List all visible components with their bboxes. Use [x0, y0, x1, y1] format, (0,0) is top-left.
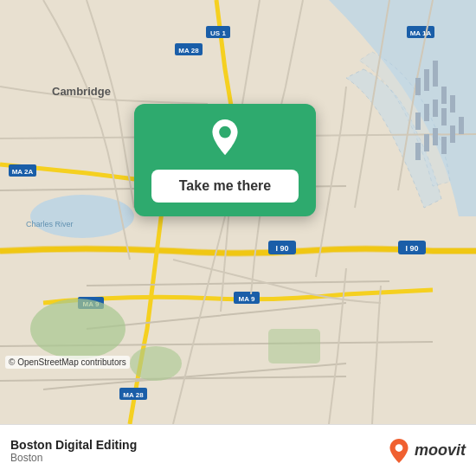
- moovit-pin-icon: [387, 439, 411, 463]
- svg-rect-35: [415, 113, 421, 130]
- svg-rect-34: [441, 87, 447, 104]
- take-me-there-button[interactable]: Take me there: [151, 170, 299, 203]
- svg-text:MA 2A: MA 2A: [12, 168, 34, 176]
- moovit-logo: moovit: [387, 439, 466, 463]
- svg-point-25: [30, 299, 125, 359]
- svg-text:Cambridge: Cambridge: [52, 85, 111, 98]
- location-card: Take me there: [134, 104, 316, 216]
- svg-text:MA 28: MA 28: [123, 391, 144, 399]
- svg-text:MA 1A: MA 1A: [410, 29, 432, 37]
- svg-point-46: [219, 126, 231, 138]
- svg-text:MA 9: MA 9: [239, 295, 255, 303]
- svg-rect-33: [433, 61, 438, 87]
- svg-rect-41: [424, 134, 429, 151]
- moovit-brand-text: moovit: [415, 441, 466, 460]
- svg-text:Charles River: Charles River: [26, 220, 74, 228]
- svg-rect-43: [441, 137, 447, 154]
- location-name: Boston Digital Editing: [10, 438, 137, 452]
- location-city: Boston: [10, 452, 137, 464]
- svg-rect-39: [450, 95, 455, 113]
- svg-rect-36: [424, 104, 429, 121]
- svg-rect-44: [450, 125, 455, 143]
- location-info: Boston Digital Editing Boston: [10, 438, 137, 464]
- svg-point-47: [396, 444, 403, 452]
- svg-rect-27: [268, 329, 320, 363]
- svg-rect-40: [415, 143, 421, 160]
- svg-rect-42: [433, 128, 438, 145]
- svg-rect-37: [433, 100, 438, 117]
- svg-rect-45: [459, 117, 464, 134]
- svg-text:US 1: US 1: [210, 29, 226, 37]
- svg-rect-38: [441, 108, 447, 125]
- svg-text:I 90: I 90: [275, 244, 288, 253]
- svg-point-26: [130, 346, 182, 381]
- copyright-notice: © OpenStreetMap contributors: [5, 356, 130, 369]
- location-pin-icon: [204, 119, 246, 161]
- map-view: I 90 I 90 MA 9 MA 9 MA 28 MA 2A US 1 MA …: [0, 0, 476, 424]
- svg-text:MA 28: MA 28: [178, 47, 199, 55]
- bottom-bar: Boston Digital Editing Boston moovit: [0, 424, 476, 476]
- svg-rect-32: [424, 69, 429, 91]
- svg-text:I 90: I 90: [405, 244, 418, 253]
- svg-rect-31: [415, 78, 421, 95]
